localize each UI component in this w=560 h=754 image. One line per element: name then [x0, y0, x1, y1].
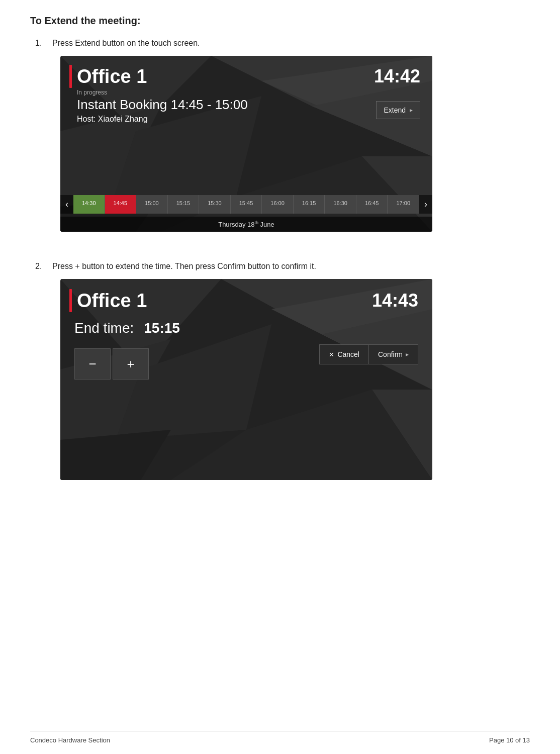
- cancel-button-label: Cancel: [337, 350, 359, 358]
- cancel-button[interactable]: ✕ Cancel: [319, 344, 369, 364]
- footer: Condeco Hardware Section Page 10 of 13: [30, 731, 530, 744]
- timeline-slot: 14:45: [105, 195, 137, 214]
- screen2-time: 14:43: [372, 290, 418, 311]
- screen1-mockup: Office 1 14:42 In progress Instant Booki…: [60, 56, 432, 232]
- screen1-status: In progress: [77, 89, 420, 96]
- timeline-slot: 14:30: [73, 195, 105, 214]
- screen2-red-bar: [69, 289, 72, 312]
- timeline-slot: 16:15: [294, 195, 325, 214]
- cancel-x-icon: ✕: [329, 351, 334, 358]
- timeline-slot: 15:15: [168, 195, 200, 214]
- screen2-header: Office 1 14:43: [69, 289, 418, 312]
- timeline-slot: 17:00: [388, 195, 419, 214]
- step-2-number: 2.: [35, 262, 47, 271]
- timeline-slot: 15:00: [136, 195, 168, 214]
- screen1-booking-title: Instant Booking 14:45 - 15:00: [77, 97, 420, 113]
- extend-button-label: Extend: [384, 106, 406, 114]
- footer-right: Page 10 of 13: [489, 736, 530, 744]
- extend-chevron-icon: ▸: [410, 107, 413, 114]
- screen1-office-name: Office 1: [77, 66, 147, 87]
- confirm-button-label: Confirm: [378, 350, 403, 358]
- extend-button[interactable]: Extend ▸: [376, 101, 420, 119]
- screen2-office-name: Office 1: [77, 290, 147, 312]
- step-1-text: Press Extend button on the touch screen.: [52, 39, 200, 48]
- minus-icon: −: [88, 356, 96, 372]
- step-1-number: 1.: [35, 39, 47, 48]
- end-time-row: End time: 15:15: [74, 320, 418, 336]
- screen1-date: Thursday 18th June: [60, 217, 432, 232]
- timeline-slot: 16:00: [262, 195, 294, 214]
- action-buttons: ✕ Cancel Confirm ▸: [319, 344, 418, 364]
- red-accent-bar: [69, 65, 72, 88]
- footer-left: Condeco Hardware Section: [30, 736, 110, 744]
- step-1: 1. Press Extend button on the touch scre…: [30, 39, 530, 232]
- timeline-prev-btn[interactable]: ‹: [60, 195, 73, 214]
- screen1-timeline: ‹ 14:3014:4515:0015:1515:3015:4516:0016:…: [60, 195, 432, 214]
- timeline-slot: 15:45: [231, 195, 262, 214]
- screen1-time: 14:42: [374, 66, 420, 87]
- end-time-value: 15:15: [144, 320, 180, 336]
- screen1-header: Office 1 14:42: [69, 65, 420, 88]
- plus-button[interactable]: +: [113, 348, 149, 380]
- step-2-text: Press + button to extend the time. Then …: [52, 262, 316, 271]
- timeline-slot: 16:45: [356, 195, 388, 214]
- page-title: To Extend the meeting:: [30, 15, 530, 27]
- timeline-slot: 16:30: [325, 195, 356, 214]
- screen1-host: Host: Xiaofei Zhang: [77, 115, 420, 124]
- minus-button[interactable]: −: [74, 348, 111, 380]
- confirm-button[interactable]: Confirm ▸: [369, 344, 418, 364]
- screen2-mockup: Office 1 14:43 End time: 15:15 − +: [60, 279, 432, 480]
- timeline-slot: 15:30: [199, 195, 231, 214]
- step-2: 2. Press + button to extend the time. Th…: [30, 262, 530, 480]
- timeline-next-btn[interactable]: ›: [419, 195, 432, 214]
- end-time-label: End time:: [74, 320, 134, 336]
- plus-icon: +: [127, 356, 134, 372]
- confirm-chevron-icon: ▸: [406, 351, 409, 358]
